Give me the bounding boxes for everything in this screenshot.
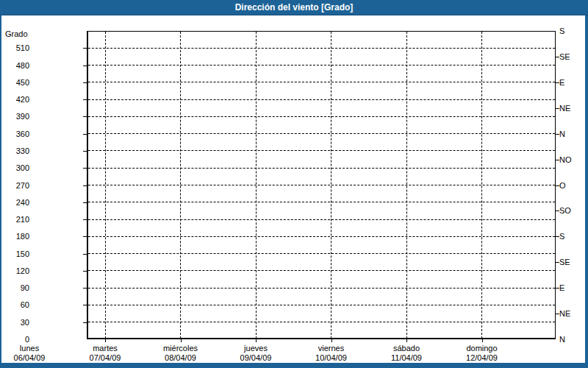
v-gridline xyxy=(481,32,482,339)
x-day-name: sábado xyxy=(366,344,447,353)
v-gridline xyxy=(406,32,407,339)
y-axis-tick xyxy=(83,134,87,135)
y-tick-label: 90 xyxy=(3,283,29,292)
y-axis-tick xyxy=(83,99,87,100)
h-gridline xyxy=(88,185,555,185)
chart-area: Grado 5104804504203903603303002702402101… xyxy=(0,0,588,368)
v-gridline xyxy=(105,32,106,339)
y-tick-label: 60 xyxy=(3,300,29,309)
h-gridline xyxy=(88,65,555,66)
h-gridline xyxy=(88,219,555,220)
x-day-name: miércoles xyxy=(140,344,221,353)
h-gridline xyxy=(88,82,555,82)
x-axis-tick xyxy=(331,339,332,342)
y-tick-label: 0 xyxy=(3,335,29,344)
y-tick-label: 180 xyxy=(3,232,29,241)
y-tick-label: 120 xyxy=(3,266,29,275)
y-axis-tick xyxy=(83,254,87,255)
x-axis-tick xyxy=(482,339,483,342)
y-tick-label: 300 xyxy=(3,163,29,172)
y-axis-tick xyxy=(83,288,87,289)
x-day-date: 06/04/09 xyxy=(0,353,70,362)
h-gridline xyxy=(88,116,555,117)
x-axis-tick xyxy=(181,339,182,342)
x-day-date: 09/04/09 xyxy=(215,353,296,362)
v-gridline xyxy=(180,32,181,339)
y-right-compass-label: E xyxy=(559,283,586,292)
y-axis-tick xyxy=(83,151,87,152)
h-gridline xyxy=(88,48,555,49)
x-day-name: martes xyxy=(65,344,146,353)
y-axis-unit-label: Grado xyxy=(5,29,28,38)
y-right-compass-label: NE xyxy=(559,104,586,113)
y-tick-label: 240 xyxy=(3,198,29,207)
y-right-compass-label: N xyxy=(559,335,586,344)
y-tick-label: 390 xyxy=(3,112,29,121)
h-gridline xyxy=(88,270,555,271)
y-tick-label: 30 xyxy=(3,318,29,327)
h-gridline xyxy=(88,305,555,305)
x-day-name: viernes xyxy=(291,344,372,353)
y-tick-label: 450 xyxy=(3,78,29,87)
y-right-compass-label: SE xyxy=(559,258,586,266)
x-axis-tick xyxy=(406,339,407,342)
h-gridline xyxy=(88,150,555,151)
y-tick-label: 420 xyxy=(3,95,29,104)
h-gridline xyxy=(88,288,555,289)
x-day-name: domingo xyxy=(442,344,523,353)
y-axis-tick xyxy=(83,322,87,323)
y-right-compass-label: N xyxy=(559,130,586,138)
y-right-compass-label: SO xyxy=(559,206,586,215)
y-right-compass-label: SE xyxy=(559,52,586,61)
x-day-name: jueves xyxy=(215,344,296,353)
h-gridline xyxy=(88,322,555,322)
h-gridline xyxy=(88,99,555,100)
y-tick-label: 150 xyxy=(3,250,29,258)
v-gridline xyxy=(256,32,257,339)
y-axis-tick xyxy=(83,185,87,186)
x-day-date: 10/04/09 xyxy=(291,353,372,362)
h-gridline xyxy=(88,168,555,169)
y-tick-label: 270 xyxy=(3,181,29,190)
y-axis-tick xyxy=(83,116,87,117)
x-day-date: 12/04/09 xyxy=(442,353,523,362)
y-tick-label: 360 xyxy=(3,130,29,138)
y-axis-tick xyxy=(83,271,87,272)
y-axis-tick xyxy=(83,48,87,49)
h-gridline xyxy=(88,133,555,134)
y-right-compass-label: NO xyxy=(559,155,586,164)
h-gridline xyxy=(88,236,555,237)
y-right-compass-label: NE xyxy=(559,309,586,318)
y-axis-tick xyxy=(83,82,87,83)
y-tick-label: 510 xyxy=(3,43,29,52)
y-right-compass-label: O xyxy=(559,181,586,190)
h-gridline xyxy=(88,253,555,254)
y-axis-tick xyxy=(83,236,87,237)
y-tick-label: 210 xyxy=(3,215,29,224)
y-right-compass-label: S xyxy=(559,26,586,35)
y-axis-tick xyxy=(83,66,87,66)
y-tick-label: 480 xyxy=(3,61,29,70)
v-gridline xyxy=(331,32,331,339)
h-gridline xyxy=(88,202,555,202)
y-axis-tick xyxy=(83,305,87,305)
y-axis-tick xyxy=(83,202,87,203)
x-day-date: 07/04/09 xyxy=(65,353,146,362)
x-axis-tick xyxy=(105,339,106,342)
y-axis-tick xyxy=(83,219,87,220)
x-axis-tick xyxy=(256,339,257,342)
x-day-date: 11/04/09 xyxy=(366,353,447,362)
y-right-compass-label: S xyxy=(559,232,586,241)
y-axis-tick xyxy=(83,168,87,169)
x-day-name: lunes xyxy=(0,344,70,353)
x-day-date: 08/04/09 xyxy=(140,353,221,362)
y-tick-label: 330 xyxy=(3,146,29,155)
y-right-compass-label: E xyxy=(559,78,586,87)
